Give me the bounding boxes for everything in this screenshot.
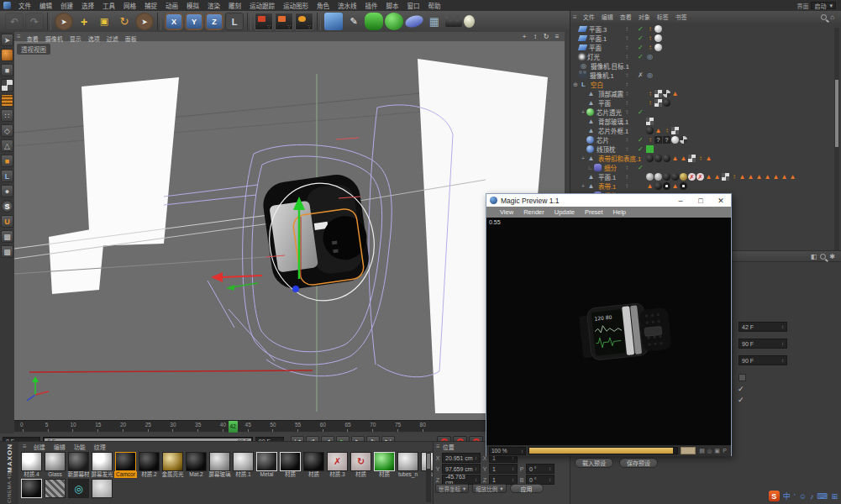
expander-icon[interactable]: + bbox=[580, 109, 586, 115]
enabled-check-icon[interactable]: ✓ bbox=[638, 164, 644, 171]
viewport[interactable]: ≡ 查看摄像机显示选项过滤面板 +↕↻≡ 透视视图 bbox=[14, 32, 565, 420]
material-材质.2[interactable]: 材质.2 bbox=[138, 452, 160, 478]
tag-dots[interactable]: ∶∶ bbox=[646, 136, 654, 144]
material-材质[interactable]: 材质 bbox=[279, 452, 302, 478]
visibility-dots[interactable]: ∶∶ bbox=[626, 165, 628, 171]
material-材质.1[interactable]: 材质.1 bbox=[232, 452, 255, 478]
visibility-dots[interactable]: ∶∶ bbox=[626, 35, 628, 42]
visibility-dots[interactable]: ∶∶ bbox=[626, 183, 628, 190]
material-thumbnail[interactable]: ↻ bbox=[350, 452, 371, 471]
lock-z-icon[interactable]: Z bbox=[205, 13, 223, 30]
maximize-button[interactable]: □ bbox=[691, 194, 711, 207]
orbit-icon[interactable]: ↻ bbox=[542, 33, 550, 40]
layout-dropdown[interactable]: 启动▾ bbox=[811, 2, 836, 9]
object-row-平面[interactable]: 平面∶∶✓∶∶ bbox=[570, 43, 836, 52]
tag-dots[interactable]: ∶∶ bbox=[646, 90, 654, 97]
light-icon[interactable] bbox=[464, 15, 475, 28]
material-label[interactable]: 材质 bbox=[279, 471, 302, 478]
material-scrollbar[interactable] bbox=[426, 452, 431, 502]
subdivision-surface-icon[interactable] bbox=[365, 13, 383, 30]
object-name[interactable]: 摄像机.1 bbox=[590, 71, 614, 80]
object-name[interactable]: 芯片透光 bbox=[597, 108, 622, 117]
visibility-dots[interactable]: ∶∶ bbox=[626, 100, 628, 107]
tag-s-gray[interactable] bbox=[654, 173, 662, 181]
enabled-check-icon[interactable]: ✓ bbox=[638, 25, 644, 33]
viewport-label[interactable]: 透视视图 bbox=[17, 44, 50, 55]
tag-tri[interactable]: ▲ bbox=[671, 182, 679, 190]
menu-item-帮助[interactable]: 帮助 bbox=[424, 1, 445, 10]
tag-rx[interactable]: ✗ bbox=[688, 173, 696, 181]
tag-checker[interactable] bbox=[688, 155, 696, 162]
keyboard-icon[interactable]: ⌨ bbox=[817, 492, 828, 501]
object-row-芯片[interactable]: 芯片∶∶✓∶∶?? bbox=[570, 135, 836, 144]
material-thumbnail[interactable] bbox=[397, 452, 418, 471]
material-untitled[interactable] bbox=[91, 479, 113, 504]
menu-item-脚本[interactable]: 脚本 bbox=[382, 1, 403, 10]
material-label[interactable]: 材质.1 bbox=[232, 471, 255, 478]
object-row-平面.1[interactable]: ▲平面.1∶∶✗✗▲▲∶∶▲▲▲▲▲▲▲ bbox=[570, 172, 836, 181]
material-thumbnail[interactable] bbox=[68, 452, 89, 471]
workplane-icon[interactable]: L bbox=[1, 170, 13, 182]
visibility-dots[interactable]: ∶∶ bbox=[626, 63, 628, 70]
visibility-dots[interactable]: ∶∶ bbox=[626, 109, 628, 116]
object-name[interactable]: 平面.1 bbox=[598, 172, 616, 181]
menu-item-过滤[interactable]: 过滤 bbox=[103, 36, 122, 42]
tag-g-sq[interactable] bbox=[646, 145, 654, 153]
menu-item-标签[interactable]: 标签 bbox=[654, 13, 672, 21]
tag-target[interactable]: ◎ bbox=[646, 53, 654, 60]
material-材质.3[interactable]: ✗材质.3 bbox=[326, 452, 349, 478]
watch-model[interactable] bbox=[260, 171, 373, 291]
white-plane-small[interactable] bbox=[49, 227, 105, 294]
material-label[interactable] bbox=[67, 498, 90, 504]
search-icon[interactable] bbox=[821, 14, 827, 20]
material-label[interactable]: Glass bbox=[44, 471, 66, 478]
object-name[interactable]: 平面.3 bbox=[589, 24, 607, 34]
texture-mode-icon[interactable] bbox=[1, 79, 13, 92]
object-row-线顶枕[interactable]: 线顶枕∶∶✓ bbox=[570, 144, 836, 154]
material-新屏幕材[interactable]: 新屏幕材 bbox=[67, 452, 90, 478]
material-屏幕发光[interactable]: 屏幕发光 bbox=[91, 452, 113, 478]
material-thumbnail[interactable] bbox=[209, 452, 230, 471]
search-icon[interactable] bbox=[820, 254, 826, 260]
menu-item-创建[interactable]: 创建 bbox=[56, 1, 77, 10]
object-row-芯片外框.1[interactable]: ▲芯片外框.1∶∶▲∶∶ bbox=[570, 126, 836, 135]
object-name[interactable]: 平面.1 bbox=[589, 34, 607, 43]
origin-dot[interactable] bbox=[292, 286, 299, 292]
om-menu-icon[interactable]: ≡ bbox=[570, 13, 580, 21]
tag-s-dot[interactable] bbox=[680, 182, 687, 190]
material-label[interactable] bbox=[91, 498, 113, 504]
material-label[interactable] bbox=[20, 498, 43, 504]
magic-preview-window[interactable]: Magic Preview 1.1 – □ ✕ ViewRenderUpdate… bbox=[486, 193, 732, 456]
tag-checker[interactable] bbox=[722, 173, 729, 181]
object-name[interactable]: 细分 bbox=[604, 163, 617, 172]
menu-item-查看[interactable]: 查看 bbox=[617, 13, 635, 21]
menu-item-Help[interactable]: Help bbox=[608, 208, 631, 216]
quantize-icon[interactable]: ▩ bbox=[1, 230, 13, 243]
menu-item-查看[interactable]: 查看 bbox=[24, 36, 42, 42]
material-材质[interactable]: 材质 bbox=[302, 452, 325, 478]
lock-x-icon[interactable]: X bbox=[165, 13, 183, 30]
material-thumbnail[interactable] bbox=[92, 479, 113, 498]
material-label[interactable]: Camcor bbox=[114, 471, 137, 478]
material-label[interactable]: 材质.3 bbox=[326, 471, 349, 478]
alpha-icon[interactable]: ▤ bbox=[698, 448, 706, 454]
menu-item-窗口[interactable]: 窗口 bbox=[403, 1, 424, 10]
menu-item-文件[interactable]: 文件 bbox=[580, 13, 598, 21]
tag-tri[interactable]: ▲ bbox=[764, 173, 771, 181]
menu-item-网格[interactable]: 网格 bbox=[119, 1, 140, 10]
pen-icon[interactable]: ✎ bbox=[344, 13, 363, 30]
material-thumbnail[interactable] bbox=[21, 479, 42, 498]
pos-x-field[interactable]: 20.951 cm↕ bbox=[442, 453, 481, 463]
menu-item-模拟[interactable]: 模拟 bbox=[182, 1, 203, 10]
disabled-x-icon[interactable]: ✗ bbox=[638, 71, 644, 79]
close-button[interactable]: ✕ bbox=[711, 194, 731, 207]
material-label[interactable]: 金属亮光 bbox=[161, 471, 184, 478]
material-材质[interactable]: ↻材质 bbox=[350, 452, 372, 478]
save-image-icon[interactable]: ▣ bbox=[713, 448, 721, 454]
pin-icon[interactable]: P bbox=[721, 448, 728, 454]
snap-icon[interactable]: U bbox=[1, 215, 13, 228]
menu-item-功能[interactable]: 功能 bbox=[70, 443, 90, 451]
visibility-dots[interactable]: ∶∶ bbox=[626, 174, 628, 181]
material-label[interactable]: Metal bbox=[255, 471, 278, 478]
sogou-logo-icon[interactable]: S bbox=[769, 491, 780, 501]
